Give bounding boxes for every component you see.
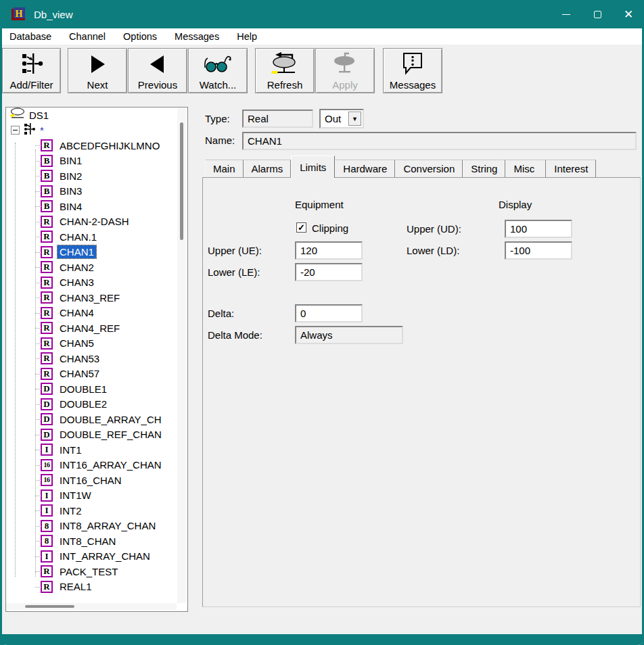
equipment-header: Equipment [295,199,344,210]
delta-mode-field[interactable] [295,326,403,344]
delta-field[interactable] [295,304,363,322]
title-bar: H Db_view ✕ [0,0,644,28]
tree-items: RABCEDFGHIJKLMNOBBIN1BBIN2BBIN3BBIN4RCHA… [6,138,177,594]
direction-combo[interactable]: Out ▼ [319,109,364,128]
tree-item[interactable]: BBIN4 [6,199,177,214]
tree-item[interactable]: RCHAN3_REF [6,290,177,306]
tree-vscroll-thumb[interactable] [180,122,183,240]
tree-filter-row[interactable]: * [6,123,177,139]
channel-type-icon: R [41,261,53,273]
channel-type-icon: D [41,413,53,425]
tree-item[interactable]: RCHAN1 [6,245,177,260]
tree-item[interactable]: RCHAN3 [6,275,177,291]
minimize-button[interactable] [551,0,582,28]
tab-alarms[interactable]: Alarms [244,160,292,177]
tree-item-label: INT16_ARRAY_CHAN [58,458,164,471]
tree-filter-label: * [40,124,44,136]
tree-item[interactable]: BBIN1 [6,153,177,169]
lower-ld-field[interactable] [505,241,572,260]
type-field[interactable] [242,110,313,128]
menu-messages[interactable]: Messages [168,30,225,43]
previous-button[interactable]: Previous [128,48,187,93]
tree-item[interactable]: RCHAN5 [6,336,177,352]
menu-channel[interactable]: Channel [63,30,112,43]
tree-item[interactable]: 16INT16_CHAN [6,473,177,488]
watch-glasses-icon [204,49,232,79]
upper-ud-label: Upper (UD): [407,223,461,235]
tree-item[interactable]: RCHAN4_REF [6,320,177,336]
datastore-icon [10,108,25,122]
tab-conversion[interactable]: Conversion [395,160,463,177]
add-filter-button[interactable]: Add/Filter [2,48,61,93]
upper-ue-field[interactable] [295,241,363,260]
upper-ud-field[interactable] [505,220,572,238]
menu-options[interactable]: Options [117,30,163,43]
tree-item-label: INT_ARRAY_CHAN [58,550,152,563]
tree-item[interactable]: DDOUBLE_REF_CHAN [6,427,177,443]
tree-item-label: CHAN4_REF [58,322,122,335]
channel-type-icon: I [41,550,53,563]
tree-vertical-scrollbar[interactable] [177,108,186,603]
tree-item[interactable]: DDOUBLE2 [6,397,177,412]
menu-database[interactable]: Database [3,30,58,43]
tree-item[interactable]: RCHAN4 [6,306,177,321]
tab-string[interactable]: String [463,160,505,177]
tree-item[interactable]: RCHAN.1 [6,229,177,245]
apply-button[interactable]: Apply [315,48,375,93]
next-button[interactable]: Next [68,48,127,93]
tree-item[interactable]: IINT1 [6,442,177,458]
tree-hscroll-thumb[interactable] [25,605,74,608]
tree-item[interactable]: 8INT8_ARRAY_CHAN [6,519,177,534]
channel-type-icon: R [41,337,53,350]
channel-type-icon: R [41,322,53,334]
checkmark-icon: ✓ [298,223,305,232]
tree-item[interactable]: RABCEDFGHIJKLMNO [6,138,177,153]
tab-hardware[interactable]: Hardware [335,160,395,177]
tree-item-label: BIN4 [58,200,84,213]
maximize-button[interactable] [582,0,613,28]
close-button[interactable]: ✕ [613,0,644,28]
tree-item[interactable]: 16INT16_ARRAY_CHAN [6,458,177,473]
collapse-icon[interactable] [11,126,20,135]
clipping-checkbox[interactable]: ✓ [296,222,306,233]
tree-item-label: INT1 [58,444,84,456]
menu-help[interactable]: Help [231,30,263,43]
tree-item[interactable]: BBIN2 [6,168,177,184]
tab-bar: Main Alarms Limits Hardware Conversion S… [205,154,596,177]
channel-type-icon: R [41,291,53,304]
clipping-label: Clipping [312,222,348,234]
tree-item[interactable]: IINT_ARRAY_CHAN [6,549,177,565]
tree-item[interactable]: IINT2 [6,503,177,519]
tree-item[interactable]: IINT1W [6,488,177,504]
tree-item[interactable]: RCHAN53 [6,351,177,366]
main-area: DS1 * [2,103,642,614]
refresh-button[interactable]: Refresh [255,48,315,93]
tab-main[interactable]: Main [205,160,244,177]
tree-item-label: CHAN57 [58,367,101,380]
watch-button[interactable]: Watch... [188,48,248,93]
tree-item[interactable]: DDOUBLE1 [6,381,177,397]
tree-item[interactable]: RCHAN57 [6,366,177,382]
lower-le-field[interactable] [295,263,363,281]
tree-item[interactable]: RPACK_TEST [6,564,177,579]
tab-limits[interactable]: Limits [291,156,335,178]
tree-item[interactable]: RREAL1 [6,579,177,595]
tree-item[interactable]: DDOUBLE_ARRAY_CH [6,412,177,427]
tree-item[interactable]: RCHAN2 [6,260,177,275]
tree-item[interactable]: RCHAN-2-DASH [6,214,177,230]
tree-item[interactable]: 8INT8_CHAN [6,533,177,549]
tree-root-label: DS1 [29,110,49,121]
chevron-down-icon[interactable]: ▼ [348,112,361,126]
name-field[interactable] [242,132,637,150]
channel-type-icon: 8 [41,535,53,547]
channel-type-icon: I [41,444,53,456]
tab-misc[interactable]: Misc [505,160,546,177]
tree-horizontal-scrollbar[interactable] [6,603,177,610]
channel-type-icon: D [41,398,53,410]
channel-type-icon: B [41,155,53,167]
tree-item[interactable]: BBIN3 [6,184,177,199]
tree-item-label: DOUBLE_REF_CHAN [58,428,164,441]
messages-button[interactable]: Messages [383,48,442,93]
tree-root-row[interactable]: DS1 [6,108,177,123]
tab-interest[interactable]: Interest [546,160,596,177]
